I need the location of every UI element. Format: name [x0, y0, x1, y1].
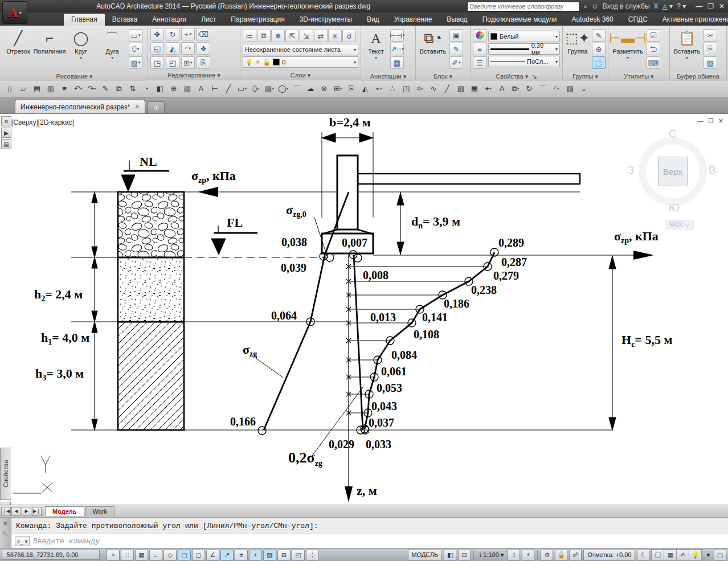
- ribbon-tab-вывод[interactable]: Вывод: [439, 14, 475, 26]
- arc-tool-button[interactable]: ⌒Дуга▾: [97, 27, 127, 71]
- coordinates-readout[interactable]: 56766.18, 72731.69, 0.00: [2, 550, 100, 560]
- layer-isolate-button[interactable]: ⧉: [257, 30, 271, 42]
- panel-title-modify[interactable]: Редактирование ▾: [148, 71, 240, 80]
- viewcube-north[interactable]: С: [669, 128, 677, 140]
- stretch-tool-icon[interactable]: ◳: [400, 83, 412, 95]
- ribbon-tab-параметризация[interactable]: Параметризация: [223, 14, 292, 26]
- grid-dots-toggle[interactable]: ∷: [121, 550, 134, 560]
- revision-cloud-icon[interactable]: ☁: [304, 83, 317, 95]
- viewport-controls-label[interactable]: [Сверху][2D-каркас]: [11, 118, 74, 126]
- 3d-orbit-icon[interactable]: ⊛: [318, 83, 330, 95]
- rectangle-flyout-button[interactable]: ▭▾: [129, 29, 142, 42]
- color-wheel-icon[interactable]: [473, 29, 486, 42]
- prev-tab-icon[interactable]: ◀: [11, 507, 21, 516]
- object-snap-3d-toggle[interactable]: ◻: [192, 550, 205, 560]
- cut-button[interactable]: ✂: [704, 29, 717, 42]
- open-icon[interactable]: ▱: [17, 83, 30, 95]
- erase-button[interactable]: ⌫: [197, 28, 210, 40]
- fillet-button[interactable]: ◜▾: [181, 42, 195, 55]
- palette-play-icon[interactable]: ▶: [1, 128, 11, 138]
- layer-match-button[interactable]: ✳: [328, 30, 342, 42]
- help-search-input[interactable]: [467, 2, 580, 11]
- close-tab-icon[interactable]: ✕: [134, 103, 140, 110]
- layer-isolate-icon[interactable]: ◔: [140, 83, 153, 95]
- ribbon-tab-подключаемые-модули[interactable]: Подключаемые модули: [475, 14, 565, 26]
- object-snap-toggle[interactable]: ▢: [178, 550, 191, 560]
- save-icon[interactable]: ▤: [31, 83, 43, 95]
- restore-button[interactable]: ❐: [707, 2, 714, 10]
- ribbon-tab-вставка[interactable]: Вставка: [105, 14, 145, 26]
- text-style-icon[interactable]: A: [496, 83, 508, 95]
- linetype-dropdown[interactable]: ПоСл...▾: [488, 56, 560, 67]
- panel-title-clipboard[interactable]: Буфер обмена: [670, 72, 726, 81]
- new-file-icon[interactable]: ▯: [3, 83, 16, 95]
- linetype-list-icon[interactable]: ☰: [473, 56, 486, 69]
- polyline-tool-button[interactable]: ⌐Полилиния: [35, 27, 64, 71]
- snap-mode-toggle[interactable]: ⌖: [107, 550, 120, 560]
- ribbon-tab-вид[interactable]: Вид: [359, 14, 387, 26]
- ribbon-tab-3d-инструменты[interactable]: 3D-инструменты: [292, 14, 359, 26]
- copy-clip-button[interactable]: ⎘: [704, 43, 717, 55]
- text-tool-icon[interactable]: A: [195, 83, 207, 95]
- panel-title-utilities[interactable]: Утилиты ▾: [608, 72, 669, 81]
- hatch-edit-icon[interactable]: ▨: [564, 83, 576, 95]
- annotation-visibility-icon[interactable]: ⟟: [508, 550, 520, 560]
- ribbon-tab-аннотации[interactable]: Аннотации: [145, 14, 194, 26]
- properties-palette-icon[interactable]: ▣: [1, 502, 11, 505]
- application-menu-button[interactable]: A ▾: [2, 1, 27, 24]
- overflow-icon[interactable]: ⌄: [578, 83, 590, 95]
- communication-center-icon[interactable]: ◬ ▾: [662, 2, 673, 10]
- clean-screen-button[interactable]: ▢: [714, 550, 726, 560]
- layer-translate-icon[interactable]: ⇅: [126, 83, 139, 95]
- layer-off-button[interactable]: ⇄: [314, 30, 328, 42]
- viewport-restore-icon[interactable]: ❐: [708, 117, 714, 125]
- command-customize-icon[interactable]: 🔧: [2, 531, 9, 537]
- block-attributes-button[interactable]: ✐▾: [449, 56, 463, 69]
- properties-palette-tab[interactable]: Свойства: [0, 448, 11, 500]
- ribbon-tab-autodesk-360[interactable]: Autodesk 360: [564, 14, 620, 26]
- annotation-scale-button[interactable]: ⟟1:100 ▾: [477, 551, 506, 559]
- array-button[interactable]: ⊞▾: [181, 56, 195, 69]
- command-input-row[interactable]: >_ ▾ Введите команду: [11, 534, 728, 548]
- layer-state-dropdown[interactable]: Несохраненное состояние листа▾: [243, 44, 358, 55]
- panel-title-layers[interactable]: Слои ▾: [240, 71, 361, 80]
- match-brush-icon[interactable]: ✎: [99, 83, 112, 95]
- insert-block-button[interactable]: ⧉◔Вставить: [418, 27, 448, 71]
- zoom-window-icon[interactable]: ⌗ ▾: [414, 83, 426, 95]
- group-button[interactable]: ⬚✦Группа: [565, 27, 590, 71]
- ducs-toggle[interactable]: ±: [235, 550, 248, 560]
- calculator-button[interactable]: ⌨: [647, 56, 660, 69]
- edit-block-button[interactable]: ✎: [449, 43, 463, 55]
- command-close-icon[interactable]: ✕: [3, 520, 7, 526]
- rotate-button[interactable]: ↻: [166, 28, 179, 40]
- plot-icon[interactable]: ≡: [58, 83, 71, 95]
- hardware-accel-icon[interactable]: ☍: [569, 550, 582, 560]
- ellipse-tool-icon[interactable]: ⬯ ▾: [250, 83, 262, 95]
- next-tab-icon[interactable]: ▶: [22, 507, 31, 516]
- annotation-autoscale-icon[interactable]: ⚡: [522, 550, 534, 560]
- panel-title-annotation[interactable]: Аннотации ▾: [361, 72, 415, 81]
- ribbon-tab-главная[interactable]: Главная: [64, 14, 105, 26]
- drawing-quickview-icon[interactable]: ⊟: [458, 550, 471, 560]
- tray-plot-icon[interactable]: 🖵: [652, 550, 664, 560]
- measure-button[interactable]: ⊢▬⊣Разметить▾: [611, 27, 645, 71]
- model-space-button[interactable]: МОДЕЛЬ: [408, 550, 443, 560]
- viewport-minimize-icon[interactable]: —: [697, 117, 704, 125]
- ortho-mode-toggle[interactable]: ∟: [149, 550, 162, 560]
- command-input[interactable]: Введите команду: [33, 537, 100, 546]
- layout-tab-work[interactable]: Work: [85, 506, 114, 516]
- status-overflow-icon[interactable]: ▾: [704, 551, 712, 559]
- arc-tool-icon[interactable]: ⌒: [291, 83, 303, 95]
- workspace-gear-icon[interactable]: ⚙: [541, 550, 553, 560]
- group-selection-toggle[interactable]: ⬚: [592, 56, 606, 69]
- explode-button[interactable]: ❖: [197, 42, 210, 55]
- panel-title-groups[interactable]: Группы ▾: [563, 72, 608, 81]
- ribbon-tab-спдс[interactable]: СПДС: [621, 14, 655, 26]
- save-as-icon[interactable]: ▥: [44, 83, 57, 95]
- viewcube-east[interactable]: В: [709, 164, 716, 177]
- table-button[interactable]: ▦: [390, 56, 404, 69]
- viewport-close-icon[interactable]: ✕: [718, 117, 723, 125]
- signin-link[interactable]: Вход в службы: [603, 2, 650, 10]
- rectangle-tool-icon[interactable]: ▭ ▾: [236, 83, 248, 95]
- table-tool-icon[interactable]: ▦: [468, 83, 481, 95]
